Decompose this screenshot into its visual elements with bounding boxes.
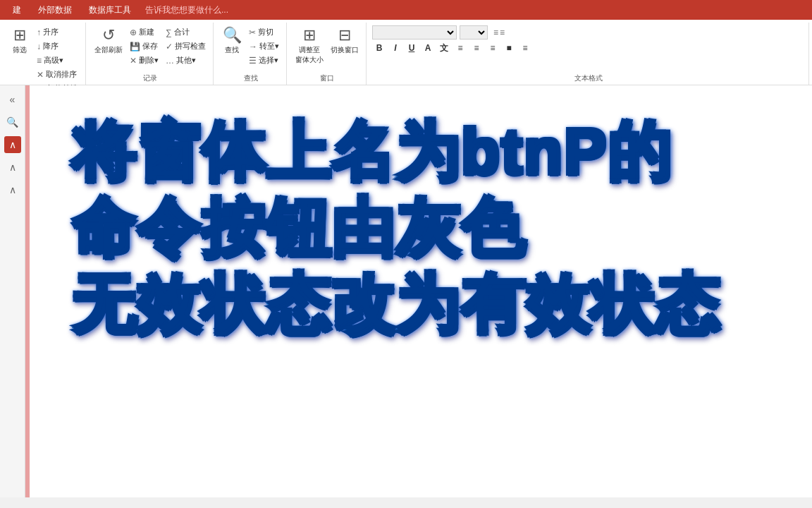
cut-button[interactable]: ✂ 剪切 <box>246 25 282 39</box>
title-tab-external[interactable]: 外部数据 <box>31 3 79 18</box>
ribbon-group-window: ⊞ 调整至窗体大小 ⊟ 切换窗口 窗口 <box>288 23 367 85</box>
sidebar: « 🔍 ∧ ∧ ∧ <box>0 85 25 497</box>
fill-color-button[interactable]: ■ <box>502 41 516 55</box>
window-group-label: 窗口 <box>320 73 334 85</box>
sort-asc-icon: ↑ <box>37 28 41 37</box>
ribbon-group-record: ↺ 全部刷新 ⊕ 新建 💾 保存 ✕ 删除▾ <box>87 23 214 85</box>
title-tab-database[interactable]: 数据库工具 <box>82 3 138 18</box>
advanced-button[interactable]: ≡ 高级▾ <box>34 54 81 67</box>
find-group-content: 🔍 查找 ✂ 剪切 → 转至▾ ☰ 选择▾ <box>219 23 282 73</box>
goto-button[interactable]: → 转至▾ <box>246 40 282 53</box>
title-bar: 建 外部数据 数据库工具 告诉我您想要做什么... <box>0 0 812 20</box>
highlight-button[interactable]: 文 <box>437 41 451 55</box>
ribbon-group-find: 🔍 查找 ✂ 剪切 → 转至▾ ☰ 选择▾ <box>215 23 287 85</box>
ribbon-group-sort: ⊞ 筛选 ↑ 升序 ↓ 降序 ≡ 高级▾ <box>3 23 86 85</box>
sidebar-nav-icon-2[interactable]: ∧ <box>4 159 21 176</box>
switch-window-button[interactable]: ⊟ 切换窗口 <box>328 24 362 56</box>
cut-icon: ✂ <box>249 28 256 37</box>
bold-button[interactable]: B <box>372 41 386 55</box>
refresh-label: 全部刷新 <box>94 45 123 55</box>
goto-icon: → <box>249 42 257 52</box>
record-col2: ∑ 合计 ✓ 拼写检查 … 其他▾ <box>163 24 209 67</box>
fit-window-button[interactable]: ⊞ 调整至窗体大小 <box>293 24 326 66</box>
sidebar-collapse-icon[interactable]: « <box>4 91 21 108</box>
advanced-label: 高级▾ <box>44 55 63 66</box>
list-bullet-icon: ≡ <box>493 28 498 37</box>
title-search-hint: 告诉我您想要做什么... <box>145 4 228 16</box>
sort-desc-button[interactable]: ↓ 降序 <box>34 40 81 53</box>
cut-label: 剪切 <box>258 27 273 37</box>
title-tab-build[interactable]: 建 <box>6 3 28 18</box>
switch-window-label: 切换窗口 <box>331 45 359 55</box>
record-group-content: ↺ 全部刷新 ⊕ 新建 💾 保存 ✕ 删除▾ <box>92 23 209 73</box>
align-right-button[interactable]: ≡ <box>486 41 500 55</box>
spell-label: 拼写检查 <box>175 41 206 52</box>
sum-icon: ∑ <box>166 28 172 37</box>
refresh-icon: ↺ <box>102 25 115 45</box>
main-text-line1: 将窗体上名为btnP的 <box>72 114 720 190</box>
main-text-container: 将窗体上名为btnP的 命令按钮由灰色 无效状态改为有效状态 <box>72 114 720 342</box>
sidebar-nav-icon-3[interactable]: ∧ <box>4 181 21 198</box>
sum-button[interactable]: ∑ 合计 <box>163 25 209 39</box>
more-button[interactable]: … 其他▾ <box>163 54 209 67</box>
filter-button[interactable]: ⊞ 筛选 <box>7 24 32 56</box>
delete-icon: ✕ <box>130 56 137 66</box>
goto-label: 转至▾ <box>259 41 279 52</box>
find-button[interactable]: 🔍 查找 <box>219 24 245 56</box>
select-button[interactable]: ☰ 选择▾ <box>246 54 282 67</box>
record-col: ⊕ 新建 💾 保存 ✕ 删除▾ <box>127 24 161 67</box>
ribbon-group-textformat: ≡ ≡ B I U A 文 ≡ ≡ ≡ ■ ≡ 文本格式 <box>368 23 809 85</box>
line-spacing-button[interactable]: ≡ <box>518 41 532 55</box>
sort-col: ↑ 升序 ↓ 降序 ≡ 高级▾ ✕ 取消排序 <box>34 24 81 95</box>
save-icon: 💾 <box>130 42 140 52</box>
main-area: « 🔍 ∧ ∧ ∧ 将窗体上名为btnP的 命令按钮由灰色 无效状态改为有效状态 <box>0 85 812 497</box>
text-format-bottom: B I U A 文 ≡ ≡ ≡ ■ ≡ <box>372 41 804 55</box>
save-button[interactable]: 💾 保存 <box>127 40 161 53</box>
sum-label: 合计 <box>174 27 190 37</box>
new-record-icon: ⊕ <box>130 28 137 37</box>
underline-button[interactable]: U <box>405 41 419 55</box>
font-name-select[interactable] <box>372 25 457 40</box>
find-icon: 🔍 <box>223 25 242 45</box>
delete-button[interactable]: ✕ 删除▾ <box>127 54 161 67</box>
select-icon: ☰ <box>249 56 257 66</box>
sort-asc-button[interactable]: ↑ 升序 <box>34 25 81 39</box>
main-text-line3: 无效状态改为有效状态 <box>72 266 720 342</box>
find-label: 查找 <box>225 45 239 55</box>
spell-icon: ✓ <box>166 42 173 52</box>
font-size-select[interactable] <box>460 25 488 40</box>
title-tabs: 建 外部数据 数据库工具 <box>6 3 138 18</box>
align-center-button[interactable]: ≡ <box>469 41 484 55</box>
record-group-label: 记录 <box>143 73 157 85</box>
find-group-label: 查找 <box>244 73 258 85</box>
advanced-icon: ≡ <box>37 56 42 66</box>
filter-icon: ⊞ <box>13 25 26 45</box>
sort-desc-label: 降序 <box>43 41 59 52</box>
fit-window-label: 调整至窗体大小 <box>295 45 324 65</box>
main-text-line2: 命令按钮由灰色 <box>72 190 720 266</box>
sort-group-content: ⊞ 筛选 ↑ 升序 ↓ 降序 ≡ 高级▾ <box>7 23 81 95</box>
sidebar-nav-icon-1[interactable]: ∧ <box>4 136 21 153</box>
sort-desc-icon: ↓ <box>37 42 41 52</box>
sort-asc-label: 升序 <box>43 27 59 37</box>
content-area: 将窗体上名为btnP的 命令按钮由灰色 无效状态改为有效状态 <box>30 85 812 497</box>
more-icon: … <box>166 56 174 66</box>
filter-label: 筛选 <box>13 45 27 55</box>
ribbon: ⊞ 筛选 ↑ 升序 ↓ 降序 ≡ 高级▾ <box>0 20 812 85</box>
italic-button[interactable]: I <box>388 41 402 55</box>
clear-sort-button[interactable]: ✕ 取消排序 <box>34 68 81 81</box>
switch-window-icon: ⊟ <box>338 25 351 45</box>
window-group-content: ⊞ 调整至窗体大小 ⊟ 切换窗口 <box>293 23 362 73</box>
clear-sort-label: 取消排序 <box>46 69 77 80</box>
align-left-button[interactable]: ≡ <box>453 41 467 55</box>
spell-button[interactable]: ✓ 拼写检查 <box>163 40 209 53</box>
list-number-icon: ≡ <box>500 28 505 37</box>
new-record-button[interactable]: ⊕ 新建 <box>127 25 161 39</box>
refresh-all-button[interactable]: ↺ 全部刷新 <box>92 24 125 56</box>
save-label: 保存 <box>142 41 158 52</box>
sidebar-search-icon[interactable]: 🔍 <box>4 114 21 131</box>
more-label: 其他▾ <box>176 55 196 66</box>
font-color-button[interactable]: A <box>421 41 435 55</box>
textformat-group-label: 文本格式 <box>372 73 804 85</box>
select-label: 选择▾ <box>259 55 278 66</box>
